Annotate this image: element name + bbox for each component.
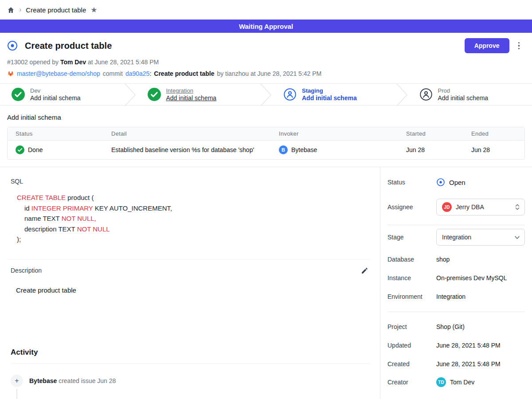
description-header: Description [11,267,374,274]
app-window: › Create product table ★ Waiting Approva… [0,0,532,399]
commit-author-time: by tianzhou at June 28, 2021 5:42 PM [217,70,321,77]
updown-chevron-icon [515,203,520,211]
task-status-text: Done [28,146,43,153]
stage-prod[interactable]: Prod Add initial schema [408,84,532,105]
person-circle-icon [283,88,297,101]
column-header-detail: Detail [103,130,271,137]
stage-staging[interactable]: Staging Add initial schema [272,84,396,105]
main-area: SQL CREATE TABLE product ( id INTEGER PR… [0,167,532,399]
description-label: Description [11,267,42,274]
task-ended-cell: Jun 28 [463,146,524,153]
breadcrumb-current: Create product table [26,6,86,14]
task-section-title: Add initial schema [7,113,525,121]
issue-opened-at: at June 28, 2021 5:48 PM [88,59,159,66]
instance-value: On-premises Dev MySQL [436,274,507,282]
creator-label: Creator [387,379,436,386]
environment-label: Environment [387,293,436,300]
assignee-select[interactable]: JD Jerry DBA [436,199,525,215]
pipeline: Dev Add initial schema Integration Add i… [0,83,532,106]
avatar: JD [442,202,452,212]
task-started-cell: Jun 28 [398,146,463,153]
stage-env-label: Integration [166,87,217,94]
created-label: Created [387,360,436,368]
project-label: Project [387,323,436,330]
created-value: June 28, 2021 5:48 PM [436,360,501,368]
breadcrumb: › Create product table ★ [0,0,532,20]
description-text: Create product table [16,286,374,294]
task-table-header: Status Detail Invoker Started Ended [8,127,524,141]
updated-value: June 28, 2021 5:48 PM [436,342,501,349]
assignee-row: Assignee JD Jerry DBA [387,199,525,215]
stage-chevron-separator [125,84,136,106]
project-value: Shop (Git) [436,323,465,330]
sidebar-divider [387,225,525,225]
home-icon[interactable] [7,6,15,14]
stage-env-label: Prod [438,87,489,94]
stage-label: Stage [387,234,436,241]
page-title: Create product table [25,41,112,51]
status-label: Status [387,179,436,186]
issue-sidebar: Status Open Assignee JD Jerry DBA Stage [380,167,532,399]
sidebar-divider [387,312,525,312]
database-label: Database [387,256,436,263]
created-row: Created June 28, 2021 5:48 PM [387,360,525,368]
check-circle-icon [148,88,161,101]
gitlab-icon [7,70,14,77]
activity-action: created issue Jun 28 [59,377,116,384]
sql-label: SQL [11,178,374,185]
branch-link[interactable]: master@bytebase-demo/shop [17,70,100,77]
status-banner: Waiting Approval [0,20,532,33]
activity-item: + Bytebase created issue Jun 28 [11,375,374,387]
sql-code-block: CREATE TABLE product ( id INTEGER PRIMAR… [17,192,374,245]
stage-env-label: Staging [302,87,357,94]
commit-hash-link[interactable]: da90a25 [125,70,150,77]
kebab-menu-icon[interactable] [516,40,522,51]
sql-line: name TEXT NOT NULL, [17,213,374,224]
stage-env-label: Dev [30,87,81,94]
approve-button[interactable]: Approve [465,38,509,53]
instance-row: Instance On-premises Dev MySQL [387,274,525,282]
stage-task-label: Add initial schema [302,94,357,102]
divider [7,259,370,259]
stage-chevron-separator [260,84,272,106]
sql-line: ); [17,234,374,245]
commit-colon: : [149,70,151,77]
stage-task-label: Add initial schema [166,94,217,102]
column-header-started: Started [398,130,463,137]
status-banner-text: Waiting Approval [239,23,293,30]
task-detail-cell: Established baseline version %s for data… [103,146,271,153]
instance-label: Instance [387,274,436,282]
issue-id-text: #13002 opened by [7,59,59,66]
column-header-ended: Ended [463,130,524,137]
task-invoker-name: Bytebase [291,146,317,153]
avatar: TD [436,377,446,387]
issue-author: Tom Dev [60,59,86,66]
header-actions: Approve [465,38,521,53]
check-circle-icon [16,145,24,154]
avatar: B [279,145,288,154]
updated-row: Updated June 28, 2021 5:48 PM [387,342,525,349]
issue-detail-panel: SQL CREATE TABLE product ( id INTEGER PR… [0,167,380,399]
updated-label: Updated [387,342,436,349]
star-icon[interactable]: ★ [90,6,97,14]
environment-row: Environment Integration [387,293,525,300]
chevron-down-icon [514,235,520,240]
stage-dev[interactable]: Dev Add initial schema [0,84,125,105]
edit-pencil-icon[interactable] [361,267,368,274]
task-invoker-cell: B Bytebase [271,145,398,154]
open-issue-icon [7,40,18,51]
task-table: Status Detail Invoker Started Ended Done… [7,127,525,160]
stage-select[interactable]: Integration [436,229,525,246]
issue-meta: #13002 opened by Tom Dev at June 28, 202… [7,59,521,66]
plus-icon: + [11,375,23,387]
stage-integration[interactable]: Integration Add initial schema [136,84,261,105]
database-value: shop [436,256,450,263]
stage-chevron-separator [396,84,408,106]
task-status-cell: Done [8,145,103,154]
database-row: Database shop [387,256,525,263]
issue-header: Create product table Approve #13002 open… [0,33,532,83]
stage-value: Integration [442,234,471,241]
sql-line: description TEXT NOT NULL [17,224,374,235]
column-header-status: Status [8,130,103,137]
project-row: Project Shop (Git) [387,323,525,330]
